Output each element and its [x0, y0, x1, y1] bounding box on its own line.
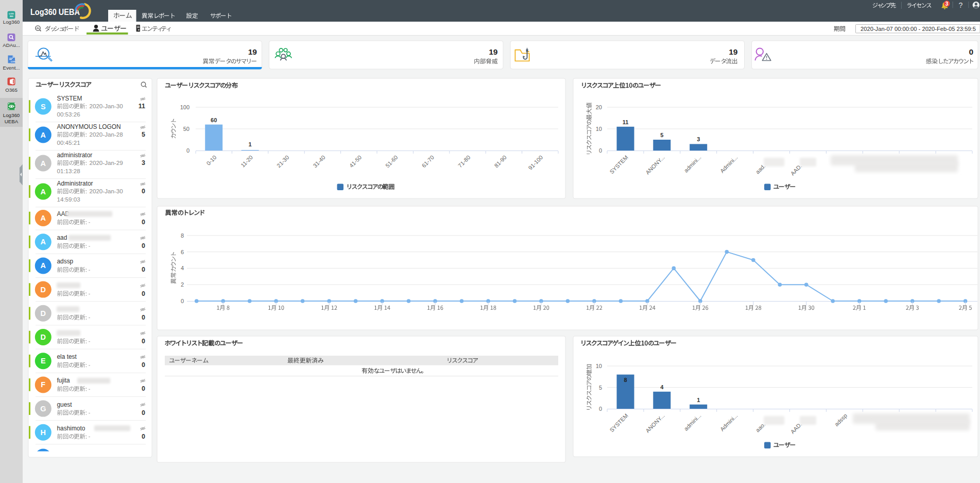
svg-text:Event...: Event... — [3, 65, 20, 71]
svg-text:100: 100 — [180, 104, 190, 110]
svg-text:S: S — [41, 103, 46, 111]
svg-text:E: E — [41, 357, 46, 365]
svg-text:LOG: LOG — [11, 60, 15, 63]
svg-text:administrator: administrator — [57, 152, 93, 159]
svg-text:A: A — [41, 188, 46, 196]
svg-text:0: 0 — [142, 361, 145, 369]
svg-text:?: ? — [959, 1, 963, 9]
svg-text:3: 3 — [697, 136, 700, 142]
svg-text:11: 11 — [623, 119, 629, 125]
svg-text:20: 20 — [596, 104, 602, 110]
svg-text:0: 0 — [186, 147, 190, 154]
svg-text:4: 4 — [660, 384, 664, 390]
svg-text:hashimoto: hashimoto — [57, 425, 85, 432]
svg-text:A: A — [41, 159, 46, 168]
svg-text:G: G — [40, 405, 46, 413]
svg-text:fujita: fujita — [57, 377, 71, 384]
svg-text:LOG: LOG — [9, 12, 14, 15]
svg-text:H: H — [41, 428, 46, 437]
svg-text:Log360 UEBA: Log360 UEBA — [30, 7, 80, 16]
svg-text:3: 3 — [142, 159, 145, 166]
svg-text:11: 11 — [139, 103, 145, 110]
svg-text:SYSTEM: SYSTEM — [57, 95, 82, 102]
svg-text:8: 8 — [181, 232, 184, 239]
svg-text:guest: guest — [57, 401, 73, 408]
svg-text:5: 5 — [660, 132, 663, 138]
svg-text:4: 4 — [181, 265, 184, 271]
svg-text:0: 0 — [142, 338, 145, 345]
svg-text:A: A — [41, 238, 46, 246]
svg-text:1: 1 — [697, 397, 700, 403]
svg-text:0: 0 — [142, 290, 145, 297]
svg-text:aad: aad — [57, 234, 67, 241]
svg-text:A: A — [41, 131, 46, 139]
svg-text:0: 0 — [142, 266, 145, 273]
svg-text:0: 0 — [142, 314, 145, 321]
svg-text:360: 360 — [9, 15, 13, 18]
svg-text:19: 19 — [248, 47, 257, 56]
svg-text:2020-Jan-30: 2020-Jan-30 — [90, 188, 123, 194]
svg-text:adssp: adssp — [57, 258, 74, 265]
svg-text:00:53:26: 00:53:26 — [57, 111, 80, 118]
svg-text:6: 6 — [181, 249, 184, 255]
svg-text:ela test: ela test — [57, 353, 77, 360]
svg-text:01:13:28: 01:13:28 — [57, 168, 80, 174]
svg-text:0: 0 — [969, 47, 973, 56]
svg-text:UEBA: UEBA — [5, 119, 19, 124]
svg-text:14:59:03: 14:59:03 — [57, 196, 80, 203]
svg-text:A: A — [41, 214, 46, 222]
svg-text:0: 0 — [142, 188, 145, 195]
svg-text:19: 19 — [729, 47, 738, 56]
svg-text:0: 0 — [142, 242, 145, 249]
svg-text:0: 0 — [142, 385, 145, 392]
svg-text:0: 0 — [181, 298, 184, 304]
svg-text:A: A — [41, 261, 46, 270]
svg-text:8: 8 — [624, 377, 627, 383]
svg-text:1: 1 — [249, 141, 252, 147]
svg-text:2: 2 — [181, 281, 184, 288]
svg-text:10: 10 — [596, 126, 602, 132]
svg-text:2020-Jan-30: 2020-Jan-30 — [90, 103, 123, 109]
svg-text:0: 0 — [142, 219, 145, 226]
svg-text:00:45:21: 00:45:21 — [57, 139, 80, 146]
svg-text:D: D — [41, 333, 46, 341]
svg-text:ANONYMOUS LOGON: ANONYMOUS LOGON — [57, 123, 121, 130]
svg-text:50: 50 — [183, 126, 190, 132]
svg-text:2020-Jan-28: 2020-Jan-28 — [90, 131, 123, 138]
svg-text:D: D — [41, 286, 46, 294]
svg-text:2020-Jan-07 00:00:00 - 2020-Fe: 2020-Jan-07 00:00:00 - 2020-Feb-05 23:59… — [861, 26, 976, 32]
svg-text:Log360: Log360 — [3, 112, 20, 118]
svg-text:0: 0 — [599, 406, 602, 412]
svg-text:D: D — [41, 309, 46, 318]
svg-text:O365: O365 — [5, 87, 18, 93]
svg-text:0: 0 — [142, 409, 145, 417]
svg-text:Administrator: Administrator — [57, 180, 93, 187]
svg-text:ADAu...: ADAu... — [3, 42, 20, 48]
svg-text:0: 0 — [599, 147, 602, 154]
svg-text:2020-Jan-29: 2020-Jan-29 — [90, 159, 123, 166]
svg-text:F: F — [41, 380, 45, 389]
svg-text:60: 60 — [211, 117, 217, 123]
svg-text:0: 0 — [142, 433, 145, 440]
svg-text:19: 19 — [489, 47, 498, 56]
svg-text:3: 3 — [945, 1, 949, 7]
svg-text:5: 5 — [142, 131, 145, 138]
svg-text:5: 5 — [599, 385, 602, 391]
svg-text:Log360: Log360 — [3, 19, 20, 25]
svg-text:10: 10 — [596, 363, 602, 369]
